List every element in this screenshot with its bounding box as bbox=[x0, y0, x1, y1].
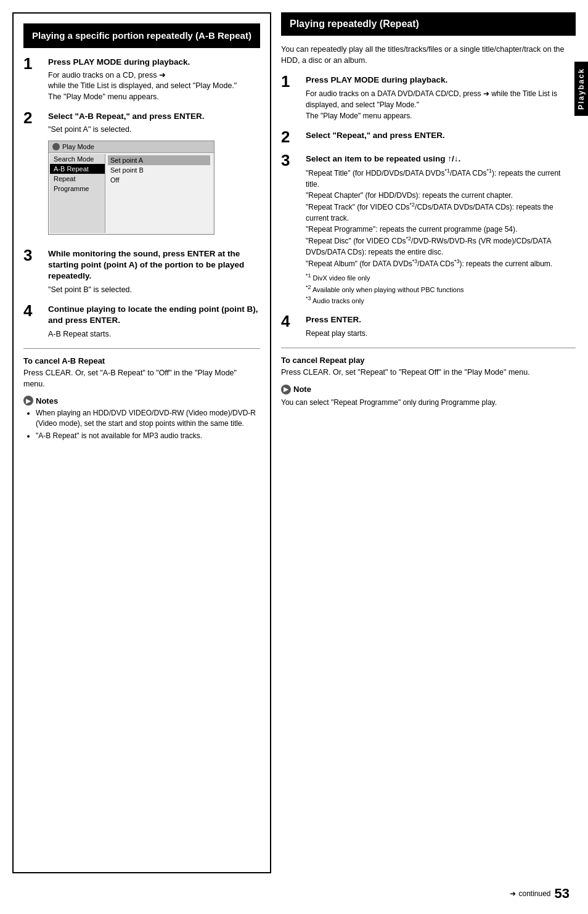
continued-arrow: ➜ bbox=[510, 889, 516, 898]
right-step-3-title: Select an item to be repeated using ↑/↓. bbox=[306, 153, 576, 165]
step-1-title: Press PLAY MODE during playback. bbox=[48, 57, 260, 68]
right-step-1: 1 Press PLAY MODE during playback. For a… bbox=[281, 75, 576, 121]
divider-1 bbox=[23, 348, 260, 349]
cancel-ab-title: To cancel A-B Repeat bbox=[23, 356, 260, 365]
page-number: 53 bbox=[555, 886, 570, 902]
right-step-num-2: 2 bbox=[281, 129, 301, 145]
right-step-4-title: Press ENTER. bbox=[306, 314, 576, 325]
left-step-4: 4 Continue playing to locate the ending … bbox=[23, 304, 260, 340]
menu-options-list: Set point A Set point B Off bbox=[105, 154, 213, 233]
left-header: Playing a specific portion repeatedly (A… bbox=[23, 23, 260, 48]
right-step-3-content: Select an item to be repeated using ↑/↓.… bbox=[306, 153, 576, 306]
menu-items-list: Search Mode A-B Repeat Repeat Programme bbox=[50, 154, 105, 233]
menu-option-set-a: Set point A bbox=[108, 155, 210, 165]
right-step-2-content: Select "Repeat," and press ENTER. bbox=[306, 130, 576, 144]
menu-item-ab-repeat: A-B Repeat bbox=[50, 164, 105, 174]
right-note-title: ▶ Note bbox=[281, 385, 576, 394]
step-3-content: While monitoring the sound, press ENTER … bbox=[48, 248, 260, 295]
step-3-body: "Set point B" is selected. bbox=[48, 285, 260, 296]
notes-label: Notes bbox=[36, 396, 58, 406]
menu-option-set-b: Set point B bbox=[108, 165, 210, 175]
menu-item-blank-4 bbox=[50, 223, 105, 233]
cancel-repeat-body: Press CLEAR. Or, set "Repeat" to "Repeat… bbox=[281, 367, 576, 378]
right-step-2-title: Select "Repeat," and press ENTER. bbox=[306, 130, 576, 141]
menu-item-blank-2 bbox=[50, 203, 105, 213]
menu-body: Search Mode A-B Repeat Repeat Programme … bbox=[49, 153, 214, 234]
step-1-content: Press PLAY MODE during playback. For aud… bbox=[48, 57, 260, 103]
right-step-1-title: Press PLAY MODE during playback. bbox=[306, 75, 576, 86]
page-footer: ➜ continued 53 bbox=[12, 886, 576, 902]
right-intro: You can repeatedly play all the titles/t… bbox=[281, 44, 576, 66]
left-step-3: 3 While monitoring the sound, press ENTE… bbox=[23, 248, 260, 295]
cancel-repeat-title: To cancel Repeat play bbox=[281, 356, 576, 365]
step-num-2: 2 bbox=[23, 110, 43, 126]
right-note-section: ▶ Note You can select "Repeat Programme"… bbox=[281, 385, 576, 408]
right-step-num-1: 1 bbox=[281, 73, 301, 89]
continued-text: continued bbox=[518, 889, 550, 898]
step-1-body: For audio tracks on a CD, press ➜while t… bbox=[48, 70, 260, 103]
right-step-4: 4 Press ENTER. Repeat play starts. bbox=[281, 314, 576, 339]
right-step-4-body: Repeat play starts. bbox=[306, 328, 576, 339]
menu-item-blank-3 bbox=[50, 213, 105, 223]
left-step-2: 2 Select "A-B Repeat," and press ENTER. … bbox=[23, 111, 260, 240]
menu-item-search: Search Mode bbox=[50, 154, 105, 164]
step-4-title: Continue playing to locate the ending po… bbox=[48, 304, 260, 326]
step-4-content: Continue playing to locate the ending po… bbox=[48, 304, 260, 340]
menu-title-text: Play Mode bbox=[62, 143, 94, 150]
right-step-num-4: 4 bbox=[281, 313, 301, 329]
right-step-1-body: For audio tracks on a DATA DVD/DATA CD/C… bbox=[306, 88, 576, 121]
right-step-2: 2 Select "Repeat," and press ENTER. bbox=[281, 130, 576, 145]
step-2-content: Select "A-B Repeat," and press ENTER. "S… bbox=[48, 111, 260, 240]
menu-titlebar: Play Mode bbox=[49, 141, 214, 153]
step-2-title: Select "A-B Repeat," and press ENTER. bbox=[48, 111, 260, 122]
menu-icon bbox=[52, 143, 60, 150]
right-note-label: Note bbox=[293, 385, 311, 394]
right-step-4-content: Press ENTER. Repeat play starts. bbox=[306, 314, 576, 339]
play-mode-menu: Play Mode Search Mode A-B Repeat Repeat … bbox=[48, 141, 214, 235]
left-section: Playing a specific portion repeatedly (A… bbox=[12, 12, 271, 873]
right-header: Playing repeatedly (Repeat) bbox=[281, 12, 576, 36]
cancel-ab-body: Press CLEAR. Or, set "A-B Repeat" to "Of… bbox=[23, 368, 260, 390]
menu-item-repeat: Repeat bbox=[50, 174, 105, 184]
right-divider-1 bbox=[281, 348, 576, 348]
right-note-icon: ▶ bbox=[281, 385, 291, 394]
note-item-1: When playing an HDD/DVD VIDEO/DVD-RW (Vi… bbox=[36, 408, 260, 429]
right-step-3: 3 Select an item to be repeated using ↑/… bbox=[281, 153, 576, 306]
notes-section: ▶ Notes When playing an HDD/DVD VIDEO/DV… bbox=[23, 396, 260, 441]
step-4-body: A-B Repeat starts. bbox=[48, 329, 260, 340]
step-2-body: "Set point A" is selected. bbox=[48, 124, 260, 136]
right-step-3-body: "Repeat Title" (for HDD/DVDs/DATA DVDs*1… bbox=[306, 167, 576, 305]
menu-item-blank-1 bbox=[50, 194, 105, 203]
left-step-1: 1 Press PLAY MODE during playback. For a… bbox=[23, 57, 260, 103]
note-item-2: "A-B Repeat" is not available for MP3 au… bbox=[36, 431, 260, 441]
notes-list: When playing an HDD/DVD VIDEO/DVD-RW (Vi… bbox=[23, 408, 260, 441]
right-section: Playback Playing repeatedly (Repeat) You… bbox=[281, 12, 576, 873]
right-step-num-3: 3 bbox=[281, 152, 301, 168]
playback-sidebar-tab: Playback bbox=[574, 62, 588, 116]
right-note-body: You can select "Repeat Programme" only d… bbox=[281, 397, 576, 408]
step-num-1: 1 bbox=[23, 55, 43, 71]
step-3-title: While monitoring the sound, press ENTER … bbox=[48, 248, 260, 282]
right-step-1-content: Press PLAY MODE during playback. For aud… bbox=[306, 75, 576, 121]
notes-title: ▶ Notes bbox=[23, 396, 260, 406]
menu-item-programme: Programme bbox=[50, 184, 105, 194]
notes-icon: ▶ bbox=[23, 396, 33, 406]
step-num-3: 3 bbox=[23, 247, 43, 263]
menu-option-off: Off bbox=[108, 175, 210, 185]
step-num-4: 4 bbox=[23, 303, 43, 319]
